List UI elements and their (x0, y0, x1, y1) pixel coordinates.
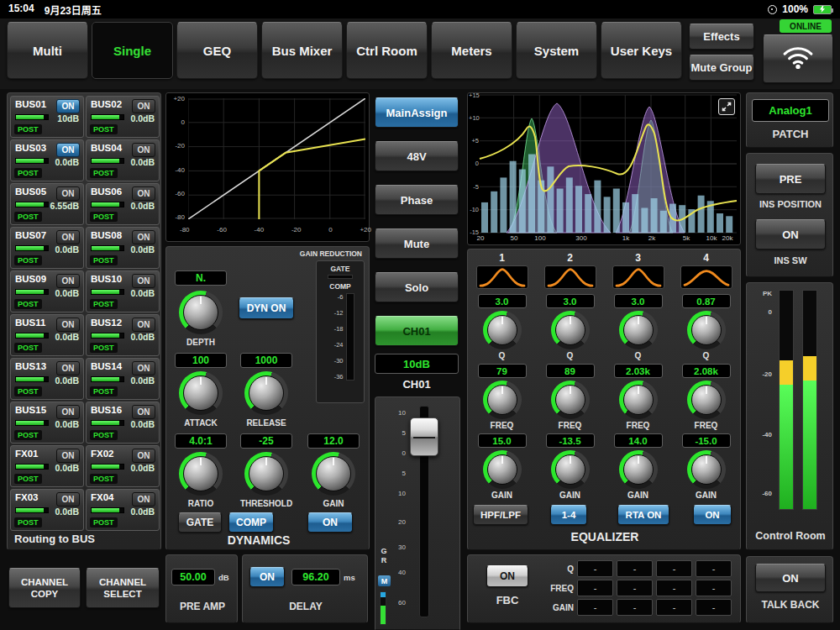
gate-button[interactable]: GATE (178, 512, 222, 533)
eq-freq-knob[interactable] (551, 381, 590, 419)
comp-button[interactable]: COMP (228, 512, 274, 533)
tab-system[interactable]: System (516, 22, 597, 79)
bus-cell[interactable]: BUS11ON0.0dBPOST (10, 314, 84, 356)
bus-on-button[interactable]: ON (56, 361, 80, 375)
bus-tap-button[interactable]: POST (90, 386, 118, 396)
bus-tap-button[interactable]: POST (90, 517, 118, 528)
bus-on-button[interactable]: ON (132, 361, 155, 375)
bus-on-button[interactable]: ON (56, 230, 80, 244)
bus-tap-button[interactable]: POST (14, 299, 42, 309)
bus-cell[interactable]: BUS07ON0.0dBPOST (10, 227, 84, 269)
bus-cell[interactable]: BUS08ON0.0dBPOST (86, 227, 160, 269)
dynamics-on-button[interactable]: ON (307, 512, 353, 533)
ratio-knob[interactable] (179, 452, 223, 496)
bus-cell[interactable]: FX04ON0.0dBPOST (86, 489, 160, 531)
bus-cell[interactable]: BUS15ON0.0dBPOST (10, 402, 84, 444)
bus-on-button[interactable]: ON (132, 318, 155, 332)
bus-cell[interactable]: FX01ON0.0dBPOST (10, 445, 84, 487)
mute-button[interactable]: Mute (375, 228, 459, 259)
tab-single[interactable]: Single (92, 22, 173, 79)
bus-cell[interactable]: BUS01ON10dBPOST (10, 96, 84, 138)
eq-q-knob[interactable] (551, 311, 590, 349)
depth-knob[interactable] (179, 291, 223, 334)
bus-on-button[interactable]: ON (56, 99, 80, 113)
bell-curve-icon[interactable] (544, 265, 596, 289)
eq-gain-knob[interactable] (619, 450, 658, 489)
bus-on-button[interactable]: ON (132, 405, 155, 419)
bus-tap-button[interactable]: POST (14, 168, 42, 178)
ins-position-button[interactable]: PRE (755, 164, 826, 194)
bus-cell[interactable]: BUS09ON0.0dBPOST (10, 270, 84, 312)
bus-cell[interactable]: BUS05ON6.55dBPOST (10, 183, 84, 225)
bus-on-button[interactable]: ON (56, 143, 80, 157)
attack-knob[interactable] (179, 371, 223, 415)
bus-cell[interactable]: BUS10ON0.0dBPOST (86, 270, 160, 312)
solo-button[interactable]: Solo (375, 272, 459, 302)
bus-on-button[interactable]: ON (56, 492, 80, 507)
bus-cell[interactable]: BUS13ON0.0dBPOST (10, 358, 84, 400)
bus-on-button[interactable]: ON (56, 405, 80, 419)
bus-on-button[interactable]: ON (132, 99, 155, 113)
bus-on-button[interactable]: ON (56, 274, 80, 288)
bell-curve-icon[interactable] (476, 265, 528, 289)
bus-tap-button[interactable]: POST (90, 168, 118, 178)
bus-tap-button[interactable]: POST (90, 299, 118, 309)
bell-curve-icon[interactable] (612, 265, 664, 289)
tab-bus-mixer[interactable]: Bus Mixer (261, 22, 343, 79)
tab-user-keys[interactable]: User Keys (601, 22, 682, 79)
bus-tap-button[interactable]: POST (90, 124, 118, 134)
eq-gain-knob[interactable] (483, 450, 522, 489)
bus-on-button[interactable]: ON (132, 186, 155, 201)
release-knob[interactable] (244, 371, 288, 415)
bus-cell[interactable]: BUS16ON0.0dBPOST (86, 402, 160, 444)
bus-tap-button[interactable]: POST (14, 474, 42, 484)
hpf-lpf-button[interactable]: HPF/LPF (473, 505, 528, 525)
bus-tap-button[interactable]: POST (90, 212, 118, 222)
bus-on-button[interactable]: ON (132, 274, 155, 288)
channel-copy-button[interactable]: CHANNELCOPY (8, 568, 81, 608)
bus-cell[interactable]: FX03ON0.0dBPOST (10, 489, 84, 531)
bus-tap-button[interactable]: POST (14, 124, 42, 134)
fader-handle[interactable] (410, 417, 438, 456)
eq-q-knob[interactable] (483, 311, 522, 349)
eq-gain-knob[interactable] (687, 450, 726, 489)
eq-q-knob[interactable] (687, 311, 726, 349)
expand-icon[interactable] (718, 98, 735, 115)
bus-on-button[interactable]: ON (132, 230, 155, 244)
bus-tap-button[interactable]: POST (90, 430, 118, 440)
bus-tap-button[interactable]: POST (90, 474, 118, 484)
bus-tap-button[interactable]: POST (14, 430, 42, 440)
eq-freq-knob[interactable] (687, 381, 726, 419)
bus-on-button[interactable]: ON (56, 449, 80, 463)
bus-cell[interactable]: FX02ON0.0dBPOST (86, 445, 160, 487)
mute-group-button[interactable]: Mute Group (689, 55, 754, 81)
eq-q-knob[interactable] (619, 311, 658, 349)
channel-select-name-button[interactable]: CH01 (375, 316, 459, 346)
tab-ctrl-room[interactable]: Ctrl Room (346, 22, 428, 79)
fbc-on-button[interactable]: ON (486, 565, 528, 587)
bell-curve-icon[interactable] (680, 265, 732, 289)
bus-cell[interactable]: BUS02ON0.0dBPOST (86, 96, 160, 138)
bus-on-button[interactable]: ON (132, 449, 155, 463)
bus-cell[interactable]: BUS12ON0.0dBPOST (86, 314, 160, 356)
bus-cell[interactable]: BUS03ON0.0dBPOST (10, 139, 84, 181)
makeup-gain-knob[interactable] (312, 452, 355, 496)
bus-on-button[interactable]: ON (56, 186, 80, 201)
channel-select-button[interactable]: CHANNELSELECT (86, 568, 160, 608)
dyn-on-button[interactable]: DYN ON (239, 297, 294, 319)
bus-on-button[interactable]: ON (132, 143, 155, 157)
main-assign-button[interactable]: MainAssign (375, 97, 459, 128)
delay-on-button[interactable]: ON (249, 567, 285, 587)
bus-cell[interactable]: BUS04ON0.0dBPOST (86, 139, 160, 181)
bus-tap-button[interactable]: POST (90, 255, 118, 265)
bus-tap-button[interactable]: POST (14, 212, 42, 222)
wifi-button[interactable] (763, 34, 833, 83)
bus-on-button[interactable]: ON (132, 492, 155, 507)
patch-source-value[interactable]: Analog1 (752, 99, 829, 122)
bus-tap-button[interactable]: POST (90, 343, 118, 353)
eq-on-button[interactable]: ON (693, 505, 732, 525)
threshold-knob[interactable] (244, 452, 288, 496)
tab-multi[interactable]: Multi (7, 22, 88, 79)
phase-button[interactable]: Phase (375, 185, 459, 215)
bus-tap-button[interactable]: POST (14, 386, 42, 396)
